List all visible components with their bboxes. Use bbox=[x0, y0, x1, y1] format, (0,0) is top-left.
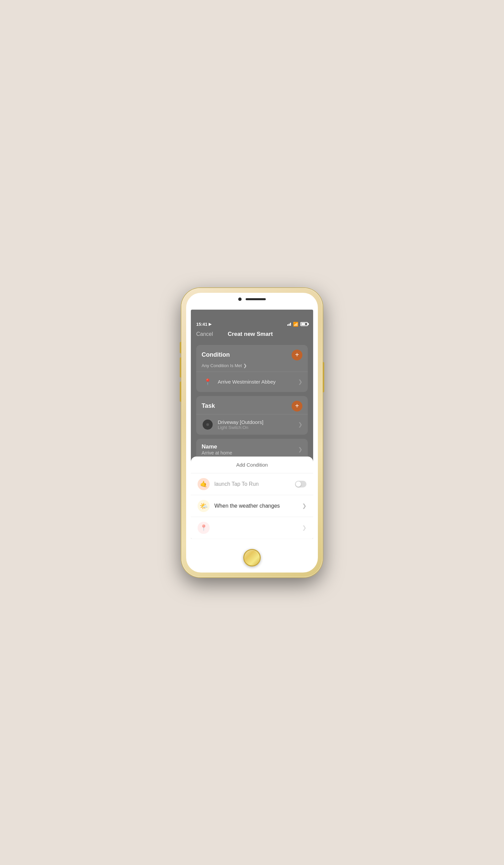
status-bar: 15:41 ▶ 📶 bbox=[191, 319, 313, 328]
volume-down-button[interactable] bbox=[180, 382, 181, 402]
battery-icon bbox=[301, 322, 308, 326]
add-condition-button[interactable]: + bbox=[292, 350, 302, 360]
task-title: Task bbox=[202, 402, 215, 410]
condition-title: Condition bbox=[202, 351, 230, 358]
task-item-name: Driveway [Outdoors] bbox=[218, 419, 298, 425]
status-left: 15:41 ▶ bbox=[196, 322, 211, 327]
phone-frame: 15:41 ▶ 📶 Cancel C bbox=[181, 288, 323, 577]
condition-subtitle[interactable]: Any Condition Is Met ❯ bbox=[196, 363, 308, 371]
condition-card-header: Condition + bbox=[196, 345, 308, 363]
wifi-icon: 📶 bbox=[293, 322, 298, 327]
task-item-sub: Light Switch:On bbox=[218, 425, 298, 430]
tap-to-run-label: launch Tap To Run bbox=[214, 481, 295, 487]
weather-label: When the weather changes bbox=[214, 503, 302, 509]
signal-bar-1 bbox=[287, 324, 288, 326]
task-card: Task + Driveway [Outdoors] Light Switch:… bbox=[196, 396, 308, 435]
add-task-button[interactable]: + bbox=[292, 401, 302, 412]
navigation-bar: Cancel Creat new Smart bbox=[191, 328, 313, 342]
speaker-grille bbox=[246, 298, 266, 300]
task-item-chevron: ❯ bbox=[298, 421, 302, 428]
main-content: Condition + Any Condition Is Met ❯ 📍 Arr… bbox=[191, 342, 313, 468]
location-chevron: ❯ bbox=[302, 524, 306, 531]
location-arrow-icon: ▶ bbox=[209, 322, 211, 326]
battery-fill bbox=[301, 323, 305, 325]
power-button[interactable] bbox=[323, 362, 324, 392]
name-label: Name bbox=[202, 443, 232, 450]
task-item[interactable]: Driveway [Outdoors] Light Switch:On ❯ bbox=[196, 414, 308, 435]
signal-bar-3 bbox=[290, 323, 291, 326]
volume-up-button[interactable] bbox=[180, 357, 181, 378]
page-title: Creat new Smart bbox=[228, 331, 273, 337]
top-notch bbox=[186, 298, 318, 301]
phone-screen-container: 15:41 ▶ 📶 Cancel C bbox=[186, 293, 318, 573]
tap-icon: 🤙 bbox=[198, 478, 210, 490]
home-button[interactable] bbox=[243, 549, 261, 566]
weather-chevron: ❯ bbox=[302, 503, 306, 509]
condition-item-chevron: ❯ bbox=[298, 379, 302, 385]
name-section-chevron: ❯ bbox=[298, 446, 302, 452]
sheet-item-location[interactable]: 📍 ❯ bbox=[191, 517, 313, 539]
time-display: 15:41 bbox=[196, 322, 207, 327]
name-value: Arrive at home bbox=[202, 450, 232, 455]
condition-item-name: Arrive Westminster Abbey bbox=[218, 379, 298, 384]
sheet-item-weather[interactable]: 🌤️ When the weather changes ❯ bbox=[191, 495, 313, 517]
sheet-title: Add Condition bbox=[191, 457, 313, 473]
signal-bar-2 bbox=[289, 324, 290, 326]
cancel-button[interactable]: Cancel bbox=[196, 331, 213, 337]
location-pin-icon: 📍 bbox=[202, 376, 214, 388]
front-camera bbox=[238, 298, 242, 301]
status-right: 📶 bbox=[287, 322, 308, 327]
bottom-sheet: Add Condition 🤙 launch Tap To Run 🌤️ bbox=[191, 457, 313, 539]
screen: 15:41 ▶ 📶 Cancel C bbox=[191, 310, 313, 539]
signal-icon bbox=[287, 323, 291, 326]
sheet-item-tap-to-run[interactable]: 🤙 launch Tap To Run bbox=[191, 473, 313, 495]
tap-to-run-toggle[interactable] bbox=[295, 481, 306, 487]
location2-icon: 📍 bbox=[198, 522, 210, 534]
task-card-header: Task + bbox=[196, 396, 308, 414]
condition-card: Condition + Any Condition Is Met ❯ 📍 Arr… bbox=[196, 345, 308, 392]
weather-icon: 🌤️ bbox=[198, 500, 210, 512]
mute-button[interactable] bbox=[180, 342, 181, 353]
condition-item[interactable]: 📍 Arrive Westminster Abbey ❯ bbox=[196, 371, 308, 392]
device-icon bbox=[202, 418, 214, 431]
